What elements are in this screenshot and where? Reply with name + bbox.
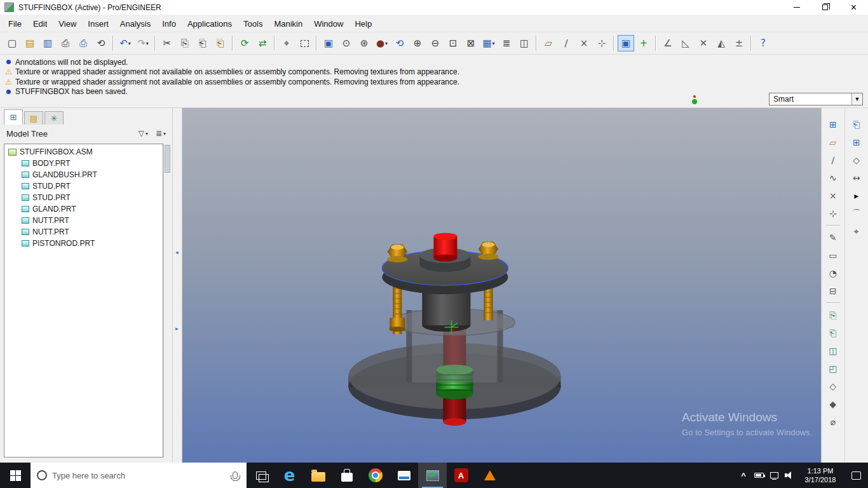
symbol-display-icon[interactable]: ◭ (713, 35, 729, 51)
chevron-down-icon[interactable]: ▾ (128, 41, 131, 46)
print-icon[interactable]: ⎙ (57, 35, 74, 51)
tree-node-part[interactable]: STUD.PRT (4, 180, 163, 192)
new-file-icon[interactable]: ▢ (4, 35, 20, 51)
erase-display-icon[interactable]: ⟲ (93, 35, 109, 51)
datum-point-tool-icon[interactable]: × (825, 187, 841, 204)
tree-filters-button[interactable]: ▽▾ (139, 129, 148, 138)
create-component-tool-icon[interactable]: ⊞ (848, 134, 865, 151)
close-button[interactable]: × (839, 0, 868, 15)
regenerate-icon[interactable]: ⟳ (236, 35, 253, 51)
designate-dims-icon[interactable]: ∠ (660, 35, 676, 51)
menu-applications[interactable]: Applications (182, 17, 238, 31)
tree-node-assembly[interactable]: STUFFINGBOX.ASM (4, 146, 163, 158)
model-tree-tab[interactable]: ⊞ (4, 109, 23, 125)
assembly-3d-view[interactable] (182, 108, 821, 463)
annotations-toggle-icon[interactable]: ▣ (618, 35, 634, 51)
round-tool-icon[interactable]: ◔ (825, 265, 841, 281)
hidden-icons-chevron[interactable]: ^ (736, 463, 751, 488)
publish-geometry-tool-icon[interactable]: ⎗ (825, 325, 841, 341)
panel-sash[interactable]: ◂ ▸ (173, 108, 182, 463)
file-explorer[interactable] (304, 463, 332, 488)
undo-icon[interactable]: ↶▾ (117, 35, 133, 51)
tree-node-part[interactable]: STUD.PRT (4, 192, 163, 203)
proengineer-app[interactable] (418, 463, 447, 488)
orient-mode-icon[interactable]: ⊛ (356, 35, 372, 51)
component-interface-tool-icon[interactable]: ⌖ (848, 223, 865, 240)
microsoft-store[interactable] (332, 463, 361, 488)
chevron-down-icon[interactable]: ▾ (163, 131, 166, 137)
volume-icon[interactable] (782, 463, 797, 488)
restore-button[interactable] (811, 0, 839, 15)
taskbar-search[interactable] (31, 463, 247, 488)
select-region-icon[interactable] (296, 35, 313, 51)
minimize-button[interactable] (782, 0, 811, 15)
annotation-feature-tool-icon[interactable]: ▭ (825, 247, 841, 264)
cut-icon[interactable]: ✂ (159, 35, 175, 51)
repeat-component-tool-icon[interactable]: ◇ (848, 152, 865, 168)
tree-node-part[interactable]: NUTT.PRT (4, 215, 163, 226)
expand-toolbar-arrow-icon[interactable]: ▸ (848, 187, 865, 204)
tree-node-part[interactable]: BODY.PRT (4, 158, 163, 169)
model-tree-scrollbar[interactable] (163, 144, 171, 458)
note-display-icon[interactable]: ✕ (695, 35, 712, 51)
tree-settings-button[interactable]: ≣▾ (156, 129, 166, 138)
sash-expand-icon[interactable]: ▸ (175, 325, 179, 332)
tree-node-part[interactable]: PISTONROD.PRT (4, 238, 163, 249)
refit-icon[interactable]: ⊡ (445, 35, 461, 51)
chevron-down-icon[interactable]: ▾ (146, 131, 148, 137)
pattern-tool-icon[interactable]: ◇ (825, 378, 841, 395)
start-button[interactable] (0, 463, 31, 488)
pick-filter-icon[interactable]: ⊙ (338, 35, 355, 51)
edge-browser[interactable]: e (275, 463, 304, 488)
layers-icon[interactable]: ≣ (498, 35, 515, 51)
graphics-viewport[interactable]: Activate Windows Go to Settings to activ… (182, 108, 821, 463)
folder-browser-tab[interactable]: ▤ (24, 111, 43, 125)
chevron-down-icon[interactable]: ▾ (146, 41, 149, 46)
paste-special-icon[interactable]: ⎗ (212, 35, 229, 51)
task-view-button[interactable] (247, 463, 275, 488)
microphone-icon[interactable] (233, 471, 238, 479)
window-activate-tool-icon[interactable]: ⊞ (825, 116, 841, 133)
measure-tool-icon[interactable]: ⌀ (825, 414, 841, 430)
chrome-browser[interactable] (361, 463, 390, 488)
merge-tool-icon[interactable]: ◰ (825, 360, 841, 377)
display-app[interactable] (390, 463, 418, 488)
open-file-icon[interactable]: ▤ (22, 35, 38, 51)
reorient-icon[interactable]: ⊠ (463, 35, 479, 51)
copy-icon[interactable]: ⎘ (177, 35, 193, 51)
tolerance-display-icon[interactable]: ± (731, 35, 747, 51)
display-filter-icon[interactable]: ▣ (320, 35, 337, 51)
battery-icon[interactable] (751, 463, 766, 488)
datum-plane-tool-icon[interactable]: ▱ (825, 134, 841, 151)
saved-views-icon[interactable]: ▦▾ (480, 35, 497, 51)
tree-node-part[interactable]: GLAND.PRT (4, 203, 163, 215)
save-icon[interactable]: ▥ (39, 35, 56, 51)
redo-icon[interactable]: ↷▾ (135, 35, 151, 51)
menu-tools[interactable]: Tools (238, 17, 268, 31)
favorites-tab[interactable]: ✳ (44, 111, 64, 125)
scrollbar-thumb[interactable] (165, 145, 170, 173)
context-help-icon[interactable]: ? (755, 35, 771, 51)
tree-node-part[interactable]: GLANDBUSH.PRT (4, 169, 163, 180)
find-icon[interactable]: ⌖ (278, 35, 295, 51)
menu-window[interactable]: Window (308, 17, 349, 31)
regeneration-status-icon[interactable] (691, 93, 698, 104)
datum-axes-toggle-icon[interactable]: ∕ (558, 35, 574, 51)
hole-tool-icon[interactable]: ⊟ (825, 283, 841, 299)
model-tree[interactable]: STUFFINGBOX.ASMBODY.PRTGLANDBUSH.PRTSTUD… (4, 144, 163, 458)
zoom-out-icon[interactable]: ⊖ (427, 35, 444, 51)
menu-file[interactable]: File (3, 17, 27, 31)
spin-view-icon[interactable]: ⟲ (391, 35, 408, 51)
datum-curve-tool-icon[interactable]: ∿ (825, 170, 841, 186)
acrobat-reader[interactable]: A (447, 463, 475, 488)
datum-points-toggle-icon[interactable]: × (576, 35, 592, 51)
menu-help[interactable]: Help (349, 17, 377, 31)
chevron-down-icon[interactable]: ▾ (385, 41, 388, 46)
action-center-button[interactable] (844, 471, 868, 480)
menu-manikin[interactable]: Manikin (268, 17, 308, 31)
mechanism-drag-tool-icon[interactable]: ⌒ (848, 205, 865, 222)
menu-analysis[interactable]: Analysis (114, 17, 156, 31)
paste-icon[interactable]: ⎗ (194, 35, 211, 51)
custom-regenerate-icon[interactable]: ⇄ (254, 35, 271, 51)
view-manager-icon[interactable]: ◫ (516, 35, 532, 51)
